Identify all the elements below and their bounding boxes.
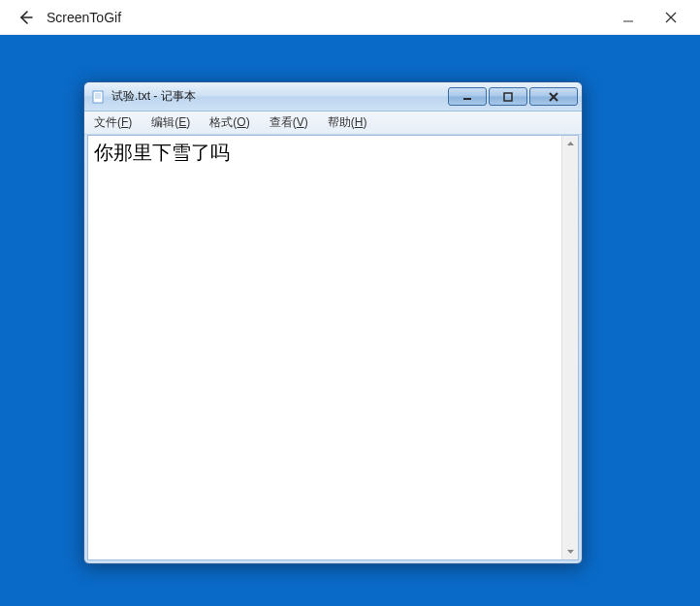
menu-file[interactable]: 文件(F) — [90, 112, 136, 133]
close-icon — [665, 12, 677, 23]
menu-format[interactable]: 格式(O) — [206, 112, 253, 133]
outer-minimize-button[interactable] — [607, 4, 650, 31]
notepad-scrollbar[interactable] — [561, 136, 578, 559]
notepad-icon — [90, 89, 106, 105]
notepad-maximize-button[interactable] — [489, 87, 527, 106]
outer-titlebar: ScreenToGif — [0, 0, 700, 35]
notepad-close-button[interactable] — [529, 87, 578, 106]
back-button[interactable] — [12, 4, 39, 31]
menu-edit[interactable]: 编辑(E) — [147, 112, 194, 133]
notepad-window: 试验.txt - 记事本 — [83, 81, 583, 564]
outer-close-button[interactable] — [650, 4, 692, 31]
menu-help[interactable]: 帮助(H) — [324, 112, 371, 133]
notepad-body: 你那里下雪了吗 — [87, 135, 579, 560]
maximize-icon — [503, 92, 513, 102]
capture-area: 试验.txt - 记事本 — [0, 35, 700, 606]
desktop-background: 试验.txt - 记事本 — [6, 41, 694, 600]
scroll-down-button[interactable] — [562, 543, 579, 559]
notepad-titlebar[interactable]: 试验.txt - 记事本 — [84, 82, 582, 112]
scroll-up-button[interactable] — [562, 136, 579, 152]
minimize-icon — [462, 92, 472, 102]
svg-rect-9 — [504, 93, 512, 101]
chevron-down-icon — [566, 547, 575, 556]
chevron-up-icon — [566, 140, 575, 148]
screentogif-window: ScreenToGif — [0, 0, 700, 606]
menu-view[interactable]: 查看(V) — [266, 112, 312, 133]
outer-title: ScreenToGif — [47, 10, 121, 25]
close-icon — [548, 92, 559, 102]
svg-rect-4 — [93, 91, 103, 103]
minimize-icon — [622, 12, 634, 23]
notepad-caption-buttons — [448, 87, 582, 106]
back-arrow-icon — [16, 9, 34, 26]
notepad-minimize-button[interactable] — [448, 87, 487, 106]
notepad-textarea[interactable]: 你那里下雪了吗 — [88, 136, 561, 559]
notepad-menubar: 文件(F) 编辑(E) 格式(O) 查看(V) 帮助(H) — [84, 112, 582, 135]
notepad-title: 试验.txt - 记事本 — [111, 88, 196, 105]
svg-rect-8 — [463, 98, 471, 100]
